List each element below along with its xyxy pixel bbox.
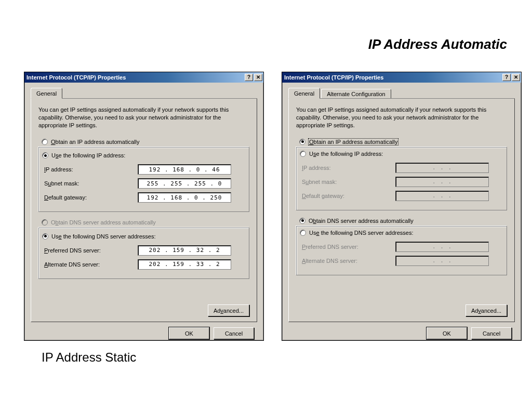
tcpip-properties-dialog-automatic: Internet Protocol (TCP/IP) Properties ? … — [282, 72, 522, 341]
input-default-gateway: . . . — [395, 191, 489, 201]
label-alternate-dns: Alternate DNS server: — [302, 258, 395, 264]
close-button[interactable]: ✕ — [512, 74, 520, 81]
heading-automatic: IP Address Automatic — [368, 36, 507, 52]
radio-icon — [42, 233, 48, 240]
group-use-ip: Use the following IP address: IP address… — [38, 147, 249, 212]
input-alternate-dns: . . . — [395, 256, 489, 266]
tab-general[interactable]: General — [288, 88, 320, 99]
radio-label: Use the following IP address: — [309, 151, 383, 157]
description-text: You can get IP settings assigned automat… — [38, 106, 249, 129]
tab-alternate-configuration[interactable]: Alternate Configuration — [321, 89, 391, 98]
titlebar[interactable]: Internet Protocol (TCP/IP) Properties ? … — [24, 72, 263, 83]
ok-button[interactable]: OK — [427, 327, 467, 339]
description-text: You can get IP settings assigned automat… — [296, 106, 507, 129]
tab-strip: General — [31, 88, 257, 99]
radio-icon — [300, 151, 306, 157]
radio-label: Use the following DNS server addresses: — [309, 230, 414, 236]
radio-icon — [300, 230, 306, 236]
label-subnet-mask: Subnet mask: — [44, 180, 138, 187]
radio-obtain-dns: Obtain DNS server address automatically — [42, 219, 249, 225]
tab-panel-general: You can get IP settings assigned automat… — [288, 99, 515, 322]
radio-use-dns[interactable]: Use the following DNS server addresses: — [42, 233, 158, 240]
radio-label: Obtain an IP address automatically — [309, 139, 398, 145]
window-title: Internet Protocol (TCP/IP) Properties — [284, 74, 502, 81]
label-alternate-dns: Alternate DNS server: — [44, 261, 138, 268]
advanced-button[interactable]: Advanced... — [208, 304, 249, 316]
radio-obtain-ip[interactable]: Obtain an IP address automatically — [299, 139, 507, 145]
tab-general[interactable]: General — [31, 88, 62, 99]
label-default-gateway: Default gateway: — [302, 193, 395, 199]
titlebar[interactable]: Internet Protocol (TCP/IP) Properties ? … — [282, 72, 521, 83]
group-use-dns: Use the following DNS server addresses: … — [296, 226, 507, 275]
label-ip-address: IP address: — [44, 166, 138, 172]
label-preferred-dns: Preferred DNS server: — [44, 247, 138, 254]
group-use-dns: Use the following DNS server addresses: … — [38, 228, 249, 279]
group-use-ip: Use the following IP address: IP address… — [296, 147, 507, 210]
cancel-button[interactable]: Cancel — [214, 327, 254, 339]
radio-icon — [42, 219, 48, 225]
radio-label: Obtain DNS server address automatically — [309, 218, 414, 224]
radio-label: Obtain DNS server address automatically — [51, 219, 156, 225]
radio-label: Use the following DNS server addresses: — [51, 233, 156, 240]
help-button[interactable]: ? — [245, 74, 253, 81]
close-button[interactable]: ✕ — [254, 74, 262, 81]
label-subnet-mask: Subnet mask: — [302, 179, 395, 185]
radio-icon — [42, 152, 48, 158]
radio-icon — [299, 218, 305, 224]
radio-icon — [299, 139, 305, 145]
label-ip-address: IP address: — [302, 165, 395, 171]
radio-label: Obtain an IP address automatically — [51, 139, 139, 145]
tab-panel-general: You can get IP settings assigned automat… — [31, 99, 257, 322]
input-ip-address[interactable]: 192 . 168 . 0 . 46 — [138, 164, 231, 175]
label-default-gateway: Default gateway: — [44, 194, 138, 201]
radio-use-dns[interactable]: Use the following DNS server addresses: — [300, 230, 416, 236]
input-alternate-dns[interactable]: 202 . 159 . 33 . 2 — [138, 259, 231, 270]
tab-strip: General Alternate Configuration — [288, 88, 515, 99]
heading-static: IP Address Static — [42, 350, 136, 365]
input-subnet-mask[interactable]: 255 . 255 . 255 . 0 — [138, 178, 231, 189]
radio-use-ip[interactable]: Use the following IP address: — [300, 151, 385, 157]
radio-label: Use the following IP address: — [51, 152, 125, 158]
input-preferred-dns: . . . — [395, 242, 489, 252]
input-ip-address: . . . — [395, 163, 489, 173]
input-preferred-dns[interactable]: 202 . 159 . 32 . 2 — [138, 245, 231, 256]
cancel-button[interactable]: Cancel — [471, 327, 512, 339]
advanced-button[interactable]: Advanced... — [466, 304, 507, 316]
window-title: Internet Protocol (TCP/IP) Properties — [26, 74, 245, 81]
radio-icon — [42, 139, 48, 145]
radio-obtain-ip[interactable]: Obtain an IP address automatically — [42, 139, 249, 145]
label-preferred-dns: Preferred DNS server: — [302, 244, 395, 250]
ok-button[interactable]: OK — [169, 327, 209, 339]
input-subnet-mask: . . . — [395, 177, 489, 187]
radio-use-ip[interactable]: Use the following IP address: — [42, 152, 127, 158]
input-default-gateway[interactable]: 192 . 168 . 0 . 250 — [138, 192, 231, 203]
radio-obtain-dns[interactable]: Obtain DNS server address automatically — [299, 218, 507, 224]
tcpip-properties-dialog-static: Internet Protocol (TCP/IP) Properties ? … — [24, 72, 264, 341]
help-button[interactable]: ? — [502, 74, 511, 81]
